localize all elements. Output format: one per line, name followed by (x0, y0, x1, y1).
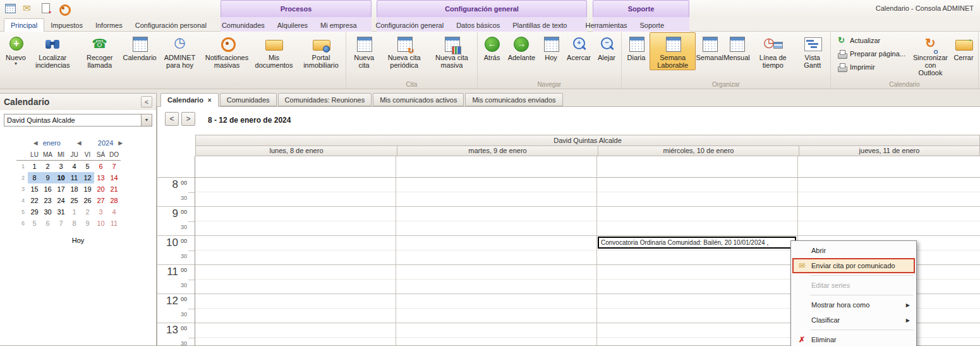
doc-tab-mis-comunicados-enviados[interactable]: Mis comunicados enviados (465, 93, 562, 106)
ribbon-tab-impuestos[interactable]: Impuestos (44, 19, 89, 32)
mc-date[interactable]: 29 (28, 206, 41, 218)
allday-cell[interactable] (396, 156, 596, 178)
mc-date[interactable]: 18 (68, 183, 81, 195)
broadcast-icon[interactable] (57, 2, 70, 15)
ribbon-tab-alquileres[interactable]: Alquileres (271, 19, 314, 32)
atras-button[interactable]: Atrás (479, 32, 505, 63)
mc-date[interactable]: 6 (41, 218, 54, 229)
mc-date[interactable]: 4 (68, 161, 81, 172)
linea-de-tiempo-button[interactable]: Línea de tiempo (750, 32, 796, 70)
adelante-button[interactable]: Adelante (505, 32, 538, 63)
close-tab-icon[interactable]: × (208, 97, 212, 104)
time-slot-9[interactable] (597, 207, 797, 236)
mc-date[interactable]: 2 (81, 206, 94, 218)
mc-date[interactable]: 21 (107, 183, 121, 195)
mc-date[interactable]: 24 (54, 195, 68, 206)
mc-date[interactable]: 8 (68, 218, 81, 229)
time-slot-12[interactable] (597, 294, 797, 323)
prev-week-button[interactable]: < (165, 112, 179, 126)
mc-date[interactable]: 23 (41, 195, 54, 206)
chevron-down-icon[interactable]: ▼ (141, 114, 152, 126)
mc-date[interactable]: 25 (68, 195, 81, 206)
mc-date[interactable]: 1 (28, 161, 41, 172)
report-icon[interactable] (39, 2, 52, 15)
time-slot-11[interactable] (195, 265, 396, 294)
time-slot-8[interactable] (597, 178, 797, 207)
next-week-button[interactable]: > (181, 112, 195, 126)
mc-date[interactable]: 26 (81, 195, 94, 206)
mc-date[interactable]: 13 (94, 172, 107, 183)
mail-icon[interactable] (21, 2, 34, 15)
mc-date[interactable]: 20 (94, 183, 107, 195)
time-slot-9[interactable] (396, 207, 596, 236)
mc-date[interactable]: 4 (107, 206, 121, 218)
today-button[interactable]: Hoy (0, 237, 156, 244)
notificaciones-masivas-button[interactable]: Notificaciones masivas (203, 32, 251, 70)
ribbon-tab-informes[interactable]: Informes (89, 19, 129, 32)
cerrar-button[interactable]: Cerrar (950, 32, 977, 63)
imprimir-button[interactable]: Imprimir (835, 61, 908, 73)
mc-date[interactable]: 9 (41, 172, 54, 183)
ribbon-tab-mi-empresa[interactable]: Mi empresa (314, 19, 363, 32)
time-slot-10[interactable] (396, 236, 596, 265)
doc-tab-comunidades-reuniones[interactable]: Comunidades: Reuniones (278, 93, 372, 106)
mc-date[interactable]: 10 (94, 218, 107, 229)
mc-date[interactable]: 6 (94, 161, 107, 172)
time-slot-10[interactable] (195, 236, 396, 265)
menu-item-abrir[interactable]: Abrir (792, 243, 915, 258)
menu-item-clasificar[interactable]: Clasificar▶ (792, 312, 915, 328)
nueva-cita-masiva-button[interactable]: Nueva cita masiva (428, 32, 475, 70)
semanal-button[interactable]: Semanal (696, 32, 723, 63)
mc-date[interactable]: 9 (81, 218, 94, 229)
ribbon-tab-configuracion-general[interactable]: Configuración general (370, 19, 451, 32)
acercar-button[interactable]: Acercar (564, 32, 593, 63)
mc-date[interactable]: 22 (28, 195, 41, 206)
menu-item-mostrar-hora-como[interactable]: Mostrar hora como▶ (792, 297, 915, 312)
mc-date[interactable]: 14 (107, 172, 121, 183)
vista-gantt-button[interactable]: Vista Gantt (796, 32, 829, 70)
time-slot-8[interactable] (798, 178, 980, 207)
doc-tab-comunidades[interactable]: Comunidades (220, 93, 277, 106)
table-icon[interactable] (4, 2, 16, 15)
alejar-button[interactable]: Alejar (593, 32, 620, 63)
mc-date[interactable]: 30 (41, 206, 54, 218)
mc-date[interactable]: 5 (81, 161, 94, 172)
doc-tab-mis-comunicados-activos[interactable]: Mis comunicados activos (373, 93, 464, 106)
ribbon-tab-comunidades[interactable]: Comunidades (215, 19, 271, 32)
mc-date[interactable]: 17 (54, 183, 68, 195)
time-slot-13[interactable] (195, 323, 396, 345)
nueva-cita-button[interactable]: Nueva cita (348, 32, 380, 70)
mc-date[interactable]: 5 (28, 218, 41, 229)
calendario-button[interactable]: Calendario (123, 32, 156, 63)
mc-date[interactable]: 1 (68, 206, 81, 218)
mis-documentos-button[interactable]: Mis documentos (250, 32, 298, 70)
localizar-incidencias-button[interactable]: Localizar incidencias (29, 32, 76, 70)
time-slot-12[interactable] (396, 294, 596, 323)
recoger-llamada-button[interactable]: Recoger llamada (76, 32, 124, 70)
mc-date[interactable]: 27 (94, 195, 107, 206)
next-year-arrow-icon[interactable]: ▶ (113, 140, 128, 146)
mc-date[interactable]: 11 (107, 218, 121, 229)
prev-year-arrow-icon[interactable]: ◀ (72, 140, 87, 146)
allday-cell[interactable] (597, 156, 797, 178)
owner-dropdown[interactable]: David Quintas Alcalde ▼ (4, 114, 152, 127)
time-slot-11[interactable] (597, 265, 797, 294)
prev-month-arrow-icon[interactable]: ◀ (28, 140, 43, 146)
mensual-button[interactable]: Mensual (723, 32, 750, 63)
menu-item-enviar-cita-por-comunicado[interactable]: ✉Enviar cita por comunicado (792, 258, 915, 273)
mc-date[interactable]: 10 (54, 172, 68, 183)
adminet-para-hoy-button[interactable]: ADMINET para hoy (156, 32, 203, 70)
time-slot-8[interactable] (396, 178, 596, 207)
ribbon-tab-soporte[interactable]: Soporte (634, 19, 671, 32)
menu-item-eliminar[interactable]: ✗Eliminar (792, 332, 915, 346)
mc-date[interactable]: 11 (68, 172, 81, 183)
time-slot-13[interactable] (597, 323, 797, 345)
preparar-pagina-button[interactable]: Preparar página... (835, 48, 908, 59)
ribbon-tab-principal[interactable]: Principal (4, 18, 44, 32)
sidebar-collapse-button[interactable]: < (141, 96, 152, 108)
mc-date[interactable]: 3 (94, 206, 107, 218)
actualizar-button[interactable]: Actualizar (835, 35, 908, 46)
nuevo-button[interactable]: Nuevo▾ (3, 32, 29, 67)
time-slot-11[interactable] (396, 265, 596, 294)
sincronizar-con-outlook-button[interactable]: Sincronizar con Outlook (910, 32, 950, 78)
